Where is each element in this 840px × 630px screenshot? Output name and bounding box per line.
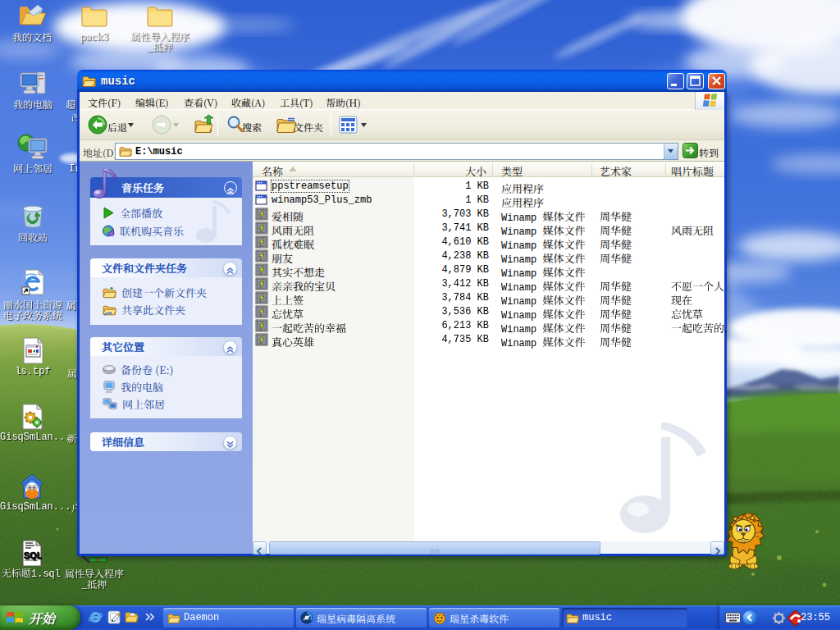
svg-text:SQL: SQL (24, 550, 42, 560)
